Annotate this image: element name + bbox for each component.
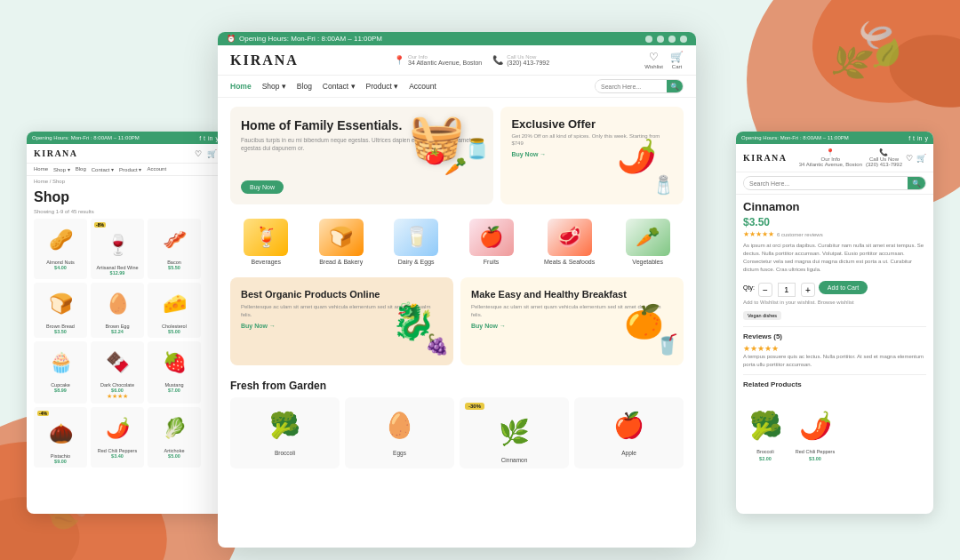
right-add-to-cart-button[interactable]: Add to Cart (819, 281, 868, 294)
promo-left-panel: Best Organic Products Online Pellentesqu… (230, 277, 453, 365)
main-header: KIRANA 📍 Our Info 34 Atlantic Avenue, Bo… (218, 45, 696, 76)
cat-dairy[interactable]: 🥛 Dairy & Eggs (394, 219, 438, 265)
right-related-title: Related Products (743, 380, 926, 388)
location-value: 34 Atlantic Avenue, Boston (408, 60, 482, 66)
fresh-item-3[interactable]: 🍎 Apple (574, 397, 684, 468)
cat-bread[interactable]: 🍞 Bread & Bakery (319, 219, 364, 265)
hero-buy-button[interactable]: Buy Now (241, 180, 284, 194)
wishlist-icon: ♡ (649, 51, 659, 63)
left-product-6[interactable]: 🧁 Cupcake $8.99 (34, 341, 87, 404)
right-related-img-1: 🌶️ (793, 403, 837, 447)
fresh-name-3: Apple (621, 450, 636, 456)
main-ig-icon[interactable] (668, 36, 676, 43)
left-product-2[interactable]: 🥓 Bacon $5.50 (148, 219, 201, 279)
cat-meats[interactable]: 🥩 Meats & Seafoods (544, 219, 595, 265)
right-qty-minus[interactable]: − (758, 283, 772, 297)
promo-left-image: 🐉 🍇 (373, 277, 453, 365)
nav-product[interactable]: Product ▾ (366, 82, 399, 91)
left-product-img-0: 🥜 (41, 222, 81, 258)
left-product-10[interactable]: 🌶️ Red Chili Peppers $3.40 (91, 407, 144, 468)
nav-blog[interactable]: Blog (297, 82, 312, 91)
right-cart-icon[interactable]: 🛒 (916, 154, 926, 163)
main-window: ⏰ Opening Hours: Mon-Fri : 8:00AM – 11:0… (218, 32, 696, 548)
left-product-3[interactable]: 🍞 Brown Bread $3.50 (34, 283, 87, 338)
tw-icon: t (204, 135, 205, 141)
left-nav-contact[interactable]: Contact ▾ (92, 166, 114, 172)
left-product-7[interactable]: 🍫 Dark Chocolate $6.00 ★★★★ (91, 341, 144, 404)
fresh-img-2: 🌿 (492, 410, 537, 454)
fresh-discount-2: -30% (465, 403, 484, 410)
cat-veg-label: Vegetables (632, 259, 663, 265)
search-button[interactable]: 🔍 (667, 79, 683, 93)
right-search-button[interactable]: 🔍 (908, 176, 925, 190)
fresh-item-2[interactable]: -30% 🌿 Cinnamon (460, 397, 569, 468)
promo-right-image: 🍊 🥤 (604, 277, 684, 365)
nav-home[interactable]: Home (230, 82, 252, 91)
left-product-img-5: 🧀 (155, 286, 195, 322)
left-product-8[interactable]: 🍓 Mustang $7.00 (148, 341, 201, 404)
right-location-icon: 📍 (826, 148, 835, 156)
left-cart-icon[interactable]: 🛒 (207, 149, 217, 158)
left-header-actions: ♡ 🛒 (195, 149, 217, 158)
right-header: KIRANA 📍 Our Info 34 Atlantic Avenue, Bo… (736, 144, 933, 172)
left-product-0[interactable]: 🥜 Almond Nuts $4.00 (34, 219, 87, 279)
right-related-1[interactable]: 🌶️ Red Chili Peppers $3.00 (793, 403, 837, 461)
right-search-input[interactable] (744, 179, 908, 188)
cat-meats-label: Meats & Seafoods (544, 259, 595, 265)
categories-section: 🍹 Beverages 🍞 Bread & Bakery 🥛 Dairy & E… (218, 213, 696, 270)
hero-left-panel: Home of Family Essentials. Faucibus turp… (230, 107, 493, 204)
left-nav: Home Shop ▾ Blog Contact ▾ Product ▾ Acc… (27, 164, 224, 176)
right-related-price-0: $2.00 (759, 456, 772, 461)
cat-fruits[interactable]: 🍎 Fruits (469, 219, 514, 265)
left-nav-shop[interactable]: Shop ▾ (53, 166, 70, 172)
cat-beverages[interactable]: 🍹 Beverages (244, 219, 288, 265)
right-review-stars: ★★★★★ (743, 344, 926, 353)
hero-section: Home of Family Essentials. Faucibus turp… (218, 98, 696, 213)
main-tw-icon[interactable] (657, 36, 664, 43)
left-product-img-1: 🍷 (98, 228, 138, 263)
cat-bread-img: 🍞 (319, 219, 364, 256)
left-product-price-10: $3.40 (111, 453, 124, 459)
right-ig-icon: in (917, 135, 922, 141)
left-product-4[interactable]: 🥚 Brown Egg $2.24 (91, 283, 144, 338)
main-yt-icon[interactable] (680, 36, 687, 43)
left-shop-title: Shop (27, 187, 224, 208)
left-product-price-3: $3.50 (54, 329, 67, 334)
left-wishlist-icon[interactable]: ♡ (195, 149, 202, 158)
right-related-0[interactable]: 🥦 Broccoli $2.00 (743, 403, 788, 461)
ig-icon: in (208, 135, 212, 141)
left-product-price-6: $8.99 (54, 388, 67, 393)
left-nav-account[interactable]: Account (147, 166, 166, 172)
left-breadcrumb: Home / Shop (27, 176, 224, 187)
hero-image: 🧺 🫙 🥕 🍅 (409, 111, 489, 191)
wishlist-group[interactable]: ♡ Wishlist (644, 51, 663, 69)
right-qty-plus[interactable]: + (801, 283, 815, 297)
nav-contact[interactable]: Contact ▾ (323, 82, 356, 91)
left-product-5[interactable]: 🧀 Cholesterol $5.00 (148, 283, 201, 338)
right-wishlist-icon[interactable]: ♡ (906, 154, 913, 163)
left-nav-blog[interactable]: Blog (76, 166, 86, 172)
cart-group[interactable]: 🛒 Cart (670, 51, 684, 69)
offer-title: Exclusive Offer (511, 117, 673, 131)
left-nav-product[interactable]: Product ▾ (119, 166, 141, 172)
right-divider-1 (743, 326, 926, 327)
cat-beverages-label: Beverages (251, 259, 280, 265)
fresh-item-1[interactable]: 🥚 Eggs (345, 397, 454, 468)
left-product-9[interactable]: -4% 🌰 Pistachio $9.00 (34, 407, 87, 468)
left-product-11[interactable]: 🥬 Artichoke $5.00 (148, 407, 201, 468)
cat-vegetables[interactable]: 🥕 Vegetables (626, 219, 670, 265)
nav-account[interactable]: Account (409, 82, 436, 91)
right-product-content: Cinnamon $3.50 ★★★★★ 6 customer reviews … (736, 195, 933, 397)
main-fb-icon[interactable] (645, 36, 652, 43)
right-window: Opening Hours: Mon-Fri : 8:00AM – 11:00P… (736, 132, 933, 514)
search-input[interactable] (596, 82, 667, 92)
left-nav-home[interactable]: Home (34, 166, 48, 172)
left-product-1[interactable]: -8% 🍷 Artisanal Red Wine $12.99 (91, 219, 144, 279)
right-product-price: $3.50 (743, 216, 926, 228)
cat-meats-img: 🥩 (548, 219, 592, 256)
nav-shop[interactable]: Shop ▾ (262, 82, 286, 91)
phone-value: (320) 413-7992 (507, 60, 549, 66)
cart-icon: 🛒 (670, 51, 684, 63)
cat-veg-img: 🥕 (626, 219, 670, 256)
fresh-item-0[interactable]: 🥦 Broccoli (230, 397, 340, 468)
